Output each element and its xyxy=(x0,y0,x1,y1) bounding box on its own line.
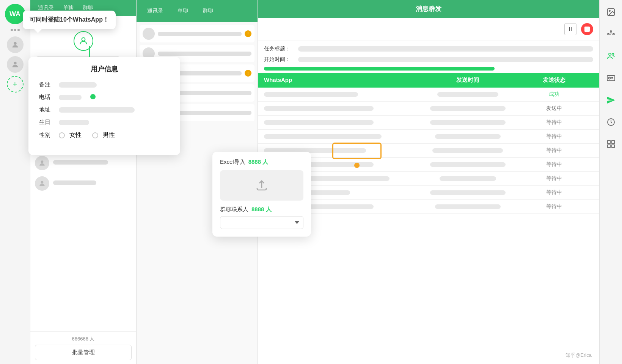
task-title-row: 任务标题： xyxy=(264,46,593,52)
excel-count: 8888 人 xyxy=(248,158,269,166)
add-account-button[interactable]: + xyxy=(7,76,24,93)
contact-avatar xyxy=(35,156,49,170)
task-title-value xyxy=(298,46,593,52)
table-row[interactable]: 等待中 xyxy=(258,116,599,130)
info-label-note: 备注 xyxy=(39,81,54,88)
wa-logo[interactable]: WA xyxy=(5,4,25,24)
user-info-title: 用户信息 xyxy=(39,64,170,74)
task-time-row: 开始时间： xyxy=(264,56,593,63)
batch-manage-button[interactable]: 批量管理 xyxy=(35,345,132,360)
contacts-panel: 通讯录 单聊 群聊 搜索 🔍 ✈️ xyxy=(30,0,137,364)
info-value-birthday xyxy=(59,120,89,125)
excel-label: Excel导入 xyxy=(220,158,245,166)
item-text xyxy=(158,52,251,56)
svg-point-17 xyxy=(608,77,610,79)
info-value-phone xyxy=(59,95,82,100)
item-badge: ! xyxy=(245,30,251,37)
label-female: 女性 xyxy=(69,131,82,139)
toolbar-image-btn[interactable] xyxy=(603,5,619,20)
info-row-phone: 电话 xyxy=(39,94,170,101)
account-avatar-2[interactable] xyxy=(7,56,24,73)
group-count: 8888 人 xyxy=(251,206,272,213)
table-row[interactable]: 发送中 xyxy=(258,102,599,116)
col-header-whatsapp: WhatsApp xyxy=(264,77,421,84)
info-row-gender: 性别 女性 男性 xyxy=(39,131,170,139)
radio-female[interactable] xyxy=(59,132,65,138)
gender-row: 女性 男性 xyxy=(59,131,115,139)
contact-item[interactable] xyxy=(30,173,136,194)
group-header: 群聊联系人 8888 人 xyxy=(220,206,303,213)
svg-rect-20 xyxy=(612,141,614,143)
col-header-status: 发送状态 xyxy=(515,77,593,84)
sidebar-accounts: WA + xyxy=(0,0,30,364)
connector-dot xyxy=(90,94,96,99)
radio-male[interactable] xyxy=(92,132,98,138)
tab-group-chat-mid[interactable]: 群聊 xyxy=(197,4,218,18)
svg-point-0 xyxy=(14,42,16,45)
contact-item[interactable] xyxy=(30,153,136,173)
account-avatar-1[interactable] xyxy=(7,36,24,53)
contact-info xyxy=(53,180,132,187)
toolbar-id-card-btn[interactable] xyxy=(603,71,619,86)
status-sending: 发送中 xyxy=(515,105,593,112)
task-time-value xyxy=(298,57,593,62)
info-row-birthday: 生日 xyxy=(39,119,170,126)
svg-rect-22 xyxy=(612,145,614,147)
svg-point-11 xyxy=(608,33,609,35)
svg-point-14 xyxy=(609,53,611,55)
contact-name-bar xyxy=(53,160,108,165)
item-avatar xyxy=(143,28,155,40)
stop-button[interactable] xyxy=(581,23,593,35)
toolbar-send-btn[interactable] xyxy=(603,93,619,108)
tab-address-book-mid[interactable]: 通讯录 xyxy=(142,4,168,18)
svg-point-1 xyxy=(14,62,16,64)
svg-point-12 xyxy=(613,33,614,35)
excel-upload-area[interactable] xyxy=(220,170,303,201)
table-row[interactable]: 等待中 xyxy=(258,130,599,144)
middle-item[interactable]: ! xyxy=(140,25,254,42)
table-header: WhatsApp 发送时间 发送状态 xyxy=(258,73,599,88)
middle-header: 通讯录 单聊 群聊 xyxy=(137,0,258,22)
status-waiting: 等待中 xyxy=(515,133,593,140)
people-count: 666666 人 xyxy=(72,336,95,342)
info-label-birthday: 生日 xyxy=(39,119,54,126)
col-header-time: 发送时间 xyxy=(421,77,515,84)
three-dots xyxy=(11,29,20,31)
upload-icon xyxy=(255,179,269,192)
right-toolbar xyxy=(599,0,622,364)
user-info-popup: 用户信息 备注 电话 地址 生日 性别 女性 男性 xyxy=(28,57,180,155)
svg-point-8 xyxy=(41,181,44,184)
info-label-gender: 性别 xyxy=(39,132,54,139)
svg-rect-19 xyxy=(608,141,610,143)
person-icon-circle[interactable] xyxy=(74,31,93,51)
group-label: 群聊联系人 xyxy=(220,206,248,213)
item-badge: ! xyxy=(245,70,251,77)
toolbar-clock-btn[interactable] xyxy=(603,115,619,130)
task-progress-bar xyxy=(264,67,495,71)
excel-popup: Excel导入 8888 人 群聊联系人 8888 人 xyxy=(212,152,311,237)
tab-single-chat-mid[interactable]: 单聊 xyxy=(172,4,193,18)
status-waiting: 等待中 xyxy=(515,203,593,210)
info-row-address: 地址 xyxy=(39,106,170,113)
progress-container xyxy=(264,67,593,71)
info-label-address: 地址 xyxy=(39,106,54,113)
toolbar-grid-btn[interactable] xyxy=(603,136,619,152)
toolbar-connections-btn[interactable] xyxy=(603,27,619,42)
contact-info xyxy=(53,160,132,166)
contact-name-bar xyxy=(53,180,96,185)
excel-header: Excel导入 8888 人 xyxy=(220,158,303,166)
status-waiting: 等待中 xyxy=(515,161,593,168)
contact-avatar xyxy=(35,176,49,191)
info-row-note: 备注 xyxy=(39,81,170,88)
status-success: 成功 xyxy=(515,91,593,98)
svg-rect-21 xyxy=(608,145,610,147)
status-waiting: 等待中 xyxy=(515,147,593,154)
mass-send-header: 消息群发 xyxy=(258,0,599,18)
pause-button[interactable]: ⏸ xyxy=(564,23,576,35)
mass-send-controls: ⏸ xyxy=(258,18,599,41)
toolbar-contacts-group-btn[interactable] xyxy=(603,49,619,64)
app-container: WA + 通讯录 单聊 群聊 搜索 xyxy=(0,0,622,364)
group-select[interactable] xyxy=(220,216,303,229)
table-row[interactable]: 成功 xyxy=(258,88,599,102)
info-label-phone: 电话 xyxy=(39,94,54,101)
